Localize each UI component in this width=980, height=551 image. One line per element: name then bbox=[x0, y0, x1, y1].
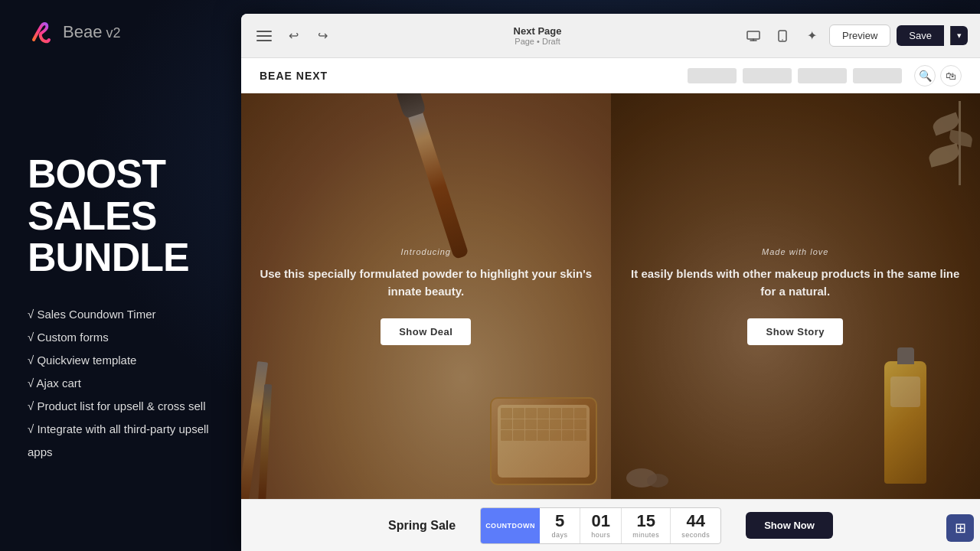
content-area: Introducing Use this specially formulate… bbox=[241, 93, 980, 499]
nav-brand: BEAE NEXT bbox=[260, 70, 328, 82]
minutes-label: minutes bbox=[632, 531, 659, 539]
feature-item-6: Integrate with all third-party upsell ap… bbox=[28, 418, 214, 464]
seconds-label: seconds bbox=[681, 531, 710, 539]
right-card-intro: Made with love bbox=[762, 247, 828, 256]
browser-window: ↩ ↪ Next Page Page • Draft ✦ Preview Sav… bbox=[241, 14, 980, 551]
countdown-seconds: 44 seconds bbox=[670, 508, 720, 543]
search-nav-icon[interactable]: 🔍 bbox=[914, 65, 936, 86]
headline-line2: BUNDLE bbox=[28, 236, 214, 279]
menu-icon[interactable] bbox=[253, 25, 275, 47]
nav-pills bbox=[688, 68, 902, 83]
hours-label: hours bbox=[591, 531, 610, 539]
undo-icon[interactable]: ↩ bbox=[283, 25, 304, 47]
countdown-tag: COUNTDOWN bbox=[481, 508, 540, 543]
shopify-nav: BEAE NEXT 🔍 🛍 bbox=[241, 58, 980, 93]
countdown-days: 5 days bbox=[540, 508, 580, 543]
left-card-intro: Introducing bbox=[401, 247, 451, 256]
nav-pill-3 bbox=[798, 68, 847, 83]
feature-item-5: Product list for upsell & cross sell bbox=[28, 395, 214, 418]
left-card-text: Use this specially formulated powder to … bbox=[256, 266, 596, 300]
preview-button[interactable]: Preview bbox=[829, 24, 890, 47]
svg-rect-0 bbox=[747, 31, 760, 39]
days-value: 5 bbox=[555, 513, 564, 530]
logo-text: Beae v2 bbox=[63, 22, 120, 42]
svg-point-2 bbox=[782, 39, 783, 41]
page-title: Next Page bbox=[341, 25, 734, 37]
mobile-view-icon[interactable] bbox=[771, 24, 794, 47]
left-card-overlay: Introducing Use this specially formulate… bbox=[241, 93, 611, 499]
right-card-overlay: Made with love It easily blends with oth… bbox=[611, 93, 981, 499]
countdown-minutes: 15 minutes bbox=[621, 508, 670, 543]
wand-icon[interactable]: ✦ bbox=[800, 24, 823, 47]
feature-item-1: Sales Coundown Timer bbox=[28, 303, 214, 326]
headline: BOOST SALES BUNDLE bbox=[28, 153, 214, 279]
right-product-card: Made with love It easily blends with oth… bbox=[611, 93, 981, 499]
page-title-area: Next Page Page • Draft bbox=[341, 25, 734, 46]
countdown-hours: 01 hours bbox=[580, 508, 621, 543]
left-panel: Beae v2 BOOST SALES BUNDLE Sales Coundow… bbox=[0, 0, 241, 551]
right-card-text: It easily blends with other makeup produ… bbox=[626, 266, 965, 300]
nav-pill-2 bbox=[743, 68, 792, 83]
toolbar-right: ✦ Preview Save ▾ bbox=[742, 24, 968, 47]
nav-icons: 🔍 🛍 bbox=[914, 65, 962, 86]
save-button[interactable]: Save bbox=[897, 25, 944, 46]
headline-line1: BOOST SALES bbox=[28, 153, 214, 236]
feature-list: Sales Coundown Timer Custom forms Quickv… bbox=[28, 303, 214, 464]
countdown-widget: COUNTDOWN 5 days 01 hours 15 minutes 44 … bbox=[480, 507, 721, 544]
show-story-button[interactable]: Show Story bbox=[747, 318, 843, 345]
countdown-numbers: 5 days 01 hours 15 minutes 44 seconds bbox=[540, 508, 720, 543]
nav-pill-1 bbox=[688, 68, 737, 83]
cart-nav-icon[interactable]: 🛍 bbox=[940, 65, 962, 86]
days-label: days bbox=[552, 531, 568, 539]
nav-pill-4 bbox=[853, 68, 902, 83]
desktop-view-icon[interactable] bbox=[742, 24, 765, 47]
save-dropdown-button[interactable]: ▾ bbox=[950, 26, 968, 45]
seconds-value: 44 bbox=[686, 513, 704, 530]
browser-toolbar: ↩ ↪ Next Page Page • Draft ✦ Preview Sav… bbox=[241, 14, 980, 58]
page-status: Page • Draft bbox=[341, 37, 734, 46]
floating-add-button[interactable]: ⊞ bbox=[946, 514, 974, 542]
logo-area: Beae v2 bbox=[28, 18, 214, 46]
show-deal-button[interactable]: Show Deal bbox=[381, 318, 471, 345]
sale-label: Spring Sale bbox=[388, 519, 456, 533]
minutes-value: 15 bbox=[636, 513, 655, 530]
left-product-card: Introducing Use this specially formulate… bbox=[241, 93, 611, 499]
feature-item-3: Quickview template bbox=[28, 349, 214, 372]
beae-logo-icon bbox=[28, 18, 55, 46]
feature-item-2: Custom forms bbox=[28, 326, 214, 349]
hours-value: 01 bbox=[591, 513, 609, 530]
countdown-bar: Spring Sale COUNTDOWN 5 days 01 hours 15… bbox=[241, 499, 980, 551]
feature-item-4: Ajax cart bbox=[28, 372, 214, 395]
redo-icon[interactable]: ↪ bbox=[312, 25, 333, 47]
show-now-button[interactable]: Show Now bbox=[746, 512, 833, 539]
